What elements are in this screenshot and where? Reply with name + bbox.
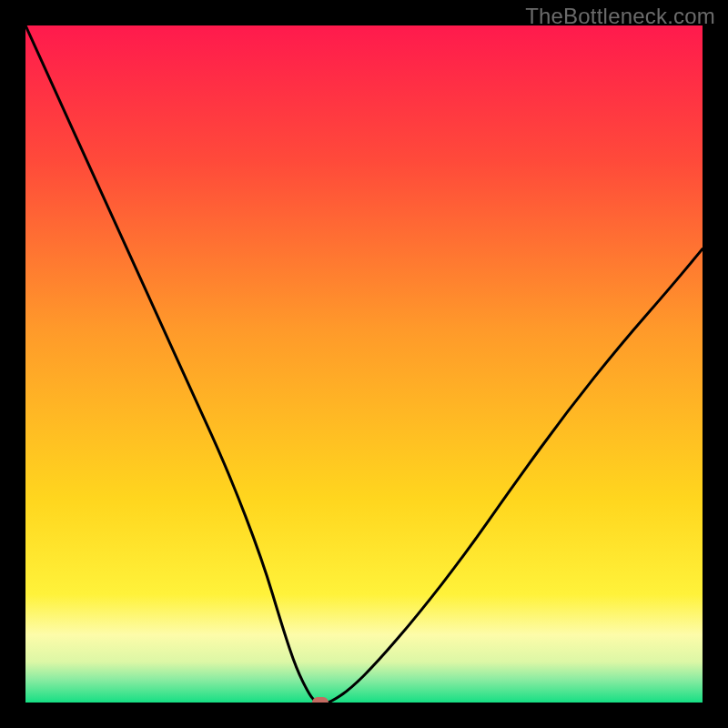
watermark-text: TheBottleneck.com bbox=[525, 4, 715, 29]
chart-background-gradient bbox=[25, 25, 703, 703]
plot-area bbox=[25, 25, 703, 703]
svg-rect-0 bbox=[25, 25, 703, 703]
optimal-point-marker bbox=[312, 697, 329, 703]
chart-container: TheBottleneck.com bbox=[0, 0, 728, 728]
